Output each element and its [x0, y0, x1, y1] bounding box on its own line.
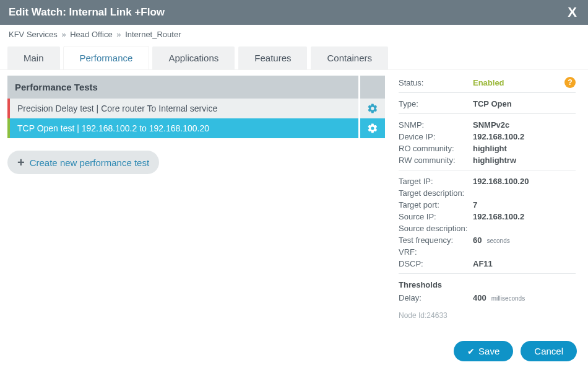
divider [399, 113, 576, 114]
status-value: Enabled [473, 78, 504, 87]
divider [399, 170, 576, 170]
dialog-footer: ✔ Save Cancel [0, 335, 588, 370]
dscp-label: DSCP: [399, 259, 473, 268]
source-ip-value: 192.168.100.2 [473, 212, 524, 221]
dialog: Edit Watch: Internal Link +Flow X KFV Se… [0, 0, 588, 370]
cancel-button[interactable]: Cancel [521, 341, 577, 361]
dialog-header: Edit Watch: Internal Link +Flow X [0, 0, 588, 25]
row-label: TCP Open test | 192.168.100.2 to 192.168… [7, 118, 358, 138]
breadcrumb-separator-icon: » [116, 30, 121, 39]
ro-community-label: RO community: [399, 144, 473, 153]
breadcrumb-item[interactable]: KFV Services [9, 30, 58, 39]
target-port-label: Target port: [399, 200, 473, 209]
table-header-row: Performance Tests [7, 76, 385, 99]
divider [399, 92, 576, 93]
breadcrumb-separator-icon: » [61, 30, 66, 39]
freq-unit: seconds [486, 237, 509, 244]
gear-icon[interactable] [360, 99, 385, 118]
create-button-label: Create new performance test [30, 157, 149, 168]
row-label: Precision Delay test | Core router To In… [7, 99, 358, 118]
table-header-action-col [360, 76, 385, 99]
delay-unit: milliseconds [491, 295, 525, 302]
tab-features[interactable]: Features [238, 46, 307, 69]
device-ip-value: 192.168.100.2 [473, 132, 524, 141]
check-icon: ✔ [467, 346, 475, 356]
target-ip-value: 192.168.100.20 [473, 177, 529, 186]
snmp-label: SNMP: [399, 120, 473, 130]
rw-community-value: highlightrw [473, 156, 516, 165]
dialog-title: Edit Watch: Internal Link +Flow [9, 6, 165, 19]
rw-community-label: RW community: [399, 156, 473, 165]
type-label: Type: [399, 99, 473, 108]
left-pane: Performance Tests Precision Delay test |… [7, 76, 385, 335]
close-icon[interactable]: X [565, 4, 579, 20]
test-freq-label: Test frequency: [399, 236, 473, 245]
tab-performance[interactable]: Performance [64, 46, 149, 69]
status-label: Status: [399, 78, 473, 87]
test-freq-value: 60seconds [473, 236, 510, 245]
breadcrumb-item[interactable]: Head Office [70, 30, 112, 39]
table-row[interactable]: Precision Delay test | Core router To In… [7, 99, 385, 118]
type-value: TCP Open [473, 99, 512, 108]
content-area: Performance Tests Precision Delay test |… [0, 69, 588, 335]
tab-main[interactable]: Main [7, 46, 60, 69]
table-header: Performance Tests [7, 76, 358, 99]
source-desc-label: Source description: [399, 224, 473, 233]
plus-icon: + [17, 156, 25, 169]
cancel-button-label: Cancel [534, 346, 563, 356]
node-id: Node Id:24633 [399, 311, 576, 320]
gear-icon[interactable] [360, 118, 385, 138]
ro-community-value: highlight [473, 144, 507, 153]
breadcrumb: KFV Services » Head Office » Internet_Ro… [0, 25, 588, 44]
breadcrumb-item[interactable]: Internet_Router [125, 30, 181, 39]
tab-bar: Main Performance Applications Features C… [0, 46, 588, 69]
target-port-value: 7 [473, 200, 477, 209]
details-pane: ? Status:Enabled Type:TCP Open SNMP:SNMP… [385, 76, 581, 335]
vrf-label: VRF: [399, 247, 473, 257]
thresholds-title: Thresholds [399, 280, 576, 289]
save-button[interactable]: ✔ Save [454, 341, 513, 361]
target-desc-label: Target description: [399, 188, 473, 198]
snmp-value: SNMPv2c [473, 120, 509, 130]
table-row[interactable]: TCP Open test | 192.168.100.2 to 192.168… [7, 118, 385, 138]
help-icon[interactable]: ? [564, 77, 576, 88]
create-performance-test-button[interactable]: + Create new performance test [7, 151, 159, 174]
save-button-label: Save [478, 346, 499, 356]
delay-value: 400milliseconds [473, 293, 525, 302]
tab-applications[interactable]: Applications [152, 46, 235, 69]
device-ip-label: Device IP: [399, 132, 473, 141]
tab-containers[interactable]: Containers [311, 46, 388, 69]
delay-label: Delay: [399, 293, 473, 302]
target-ip-label: Target IP: [399, 177, 473, 186]
source-ip-label: Source IP: [399, 212, 473, 221]
dscp-value: AF11 [473, 259, 493, 268]
divider [399, 273, 576, 274]
